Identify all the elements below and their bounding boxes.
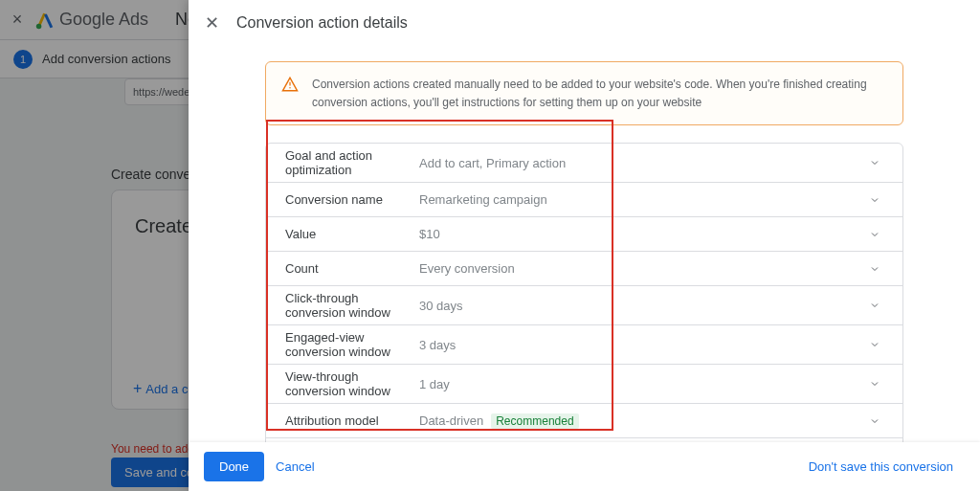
setting-label: Count [285, 261, 419, 276]
setting-row[interactable]: Click-through conversion window30 days [266, 285, 902, 324]
chevron-down-icon [866, 378, 883, 390]
warning-icon [281, 76, 299, 93]
settings-list: Goal and action optimizationAdd to cart,… [265, 143, 903, 442]
setting-value: Data-drivenRecommended [419, 413, 866, 429]
setting-row[interactable]: Goal and action optimizationAdd to cart,… [266, 144, 902, 182]
setting-label: Conversion name [285, 192, 419, 207]
setting-label: View-through conversion window [285, 369, 419, 398]
conversion-action-modal: ✕ Conversion action details Conversion a… [189, 0, 980, 491]
setting-value: Every conversion [419, 261, 866, 276]
setting-row[interactable]: Conversion nameRemarketing campaign [266, 182, 902, 216]
setting-value: 30 days [419, 299, 866, 313]
setting-row[interactable]: Engaged-view conversion window3 days [266, 324, 902, 364]
modal-footer: Done Cancel Don't save this conversion [189, 442, 980, 491]
warning-text: Conversion actions created manually need… [312, 76, 887, 111]
svg-rect-2 [289, 82, 290, 86]
chevron-down-icon [866, 339, 883, 350]
setting-row[interactable]: Value$10 [266, 216, 902, 251]
chevron-down-icon [866, 300, 883, 311]
setting-label: Goal and action optimization [285, 148, 419, 177]
chevron-down-icon [866, 415, 883, 427]
chevron-down-icon [866, 157, 883, 168]
modal-header: ✕ Conversion action details [189, 0, 980, 46]
setting-value: 1 day [419, 377, 866, 391]
svg-point-1 [289, 87, 291, 89]
setting-value: Add to cart, Primary action [419, 156, 866, 170]
chevron-down-icon [866, 263, 883, 275]
warning-banner: Conversion actions created manually need… [265, 61, 903, 125]
setting-value: $10 [419, 227, 866, 241]
setting-label: Click-through conversion window [285, 291, 419, 320]
chevron-down-icon [866, 194, 883, 206]
setting-label: Attribution model [285, 413, 419, 428]
setting-label: Engaged-view conversion window [285, 330, 419, 359]
done-button[interactable]: Done [204, 452, 264, 481]
setting-value: 3 days [419, 338, 866, 352]
cancel-button[interactable]: Cancel [264, 452, 325, 481]
recommended-badge: Recommended [491, 413, 578, 429]
setting-value: Remarketing campaign [419, 192, 866, 207]
modal-body: Conversion actions created manually need… [189, 46, 980, 442]
dont-save-button[interactable]: Don't save this conversion [797, 452, 965, 481]
chevron-down-icon [866, 229, 883, 240]
setting-row[interactable]: View-through conversion window1 day [266, 364, 902, 403]
modal-title: Conversion action details [236, 14, 408, 32]
setting-row[interactable]: Attribution modelData-drivenRecommended [266, 403, 902, 437]
setting-label: Value [285, 227, 419, 241]
setting-row[interactable]: CountEvery conversion [266, 251, 902, 285]
close-modal-icon[interactable]: ✕ [202, 12, 221, 33]
